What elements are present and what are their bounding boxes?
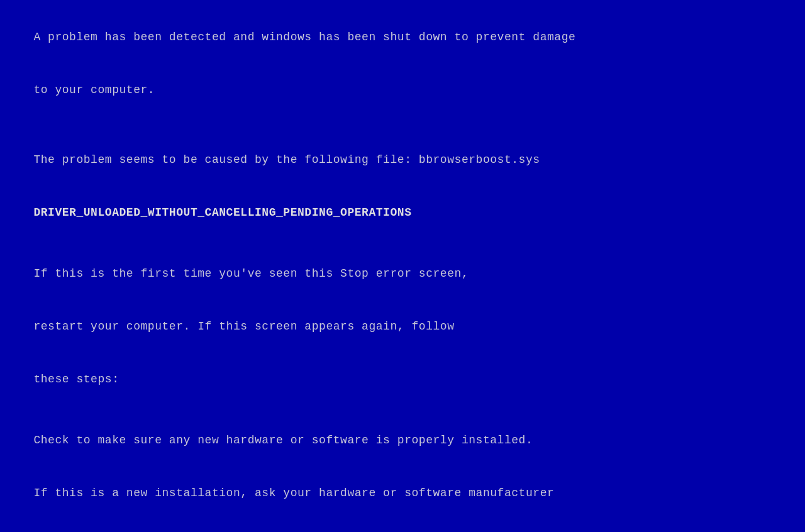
para1-line1: If this is the first time you've seen th…: [33, 267, 469, 280]
bsod-content: A problem has been detected and windows …: [0, 11, 805, 240]
para2-line1: Check to make sure any new hardware or s…: [33, 434, 533, 446]
header-line2: to your computer.: [33, 84, 155, 96]
instructions-section: If this is the first time you've seen th…: [0, 248, 805, 406]
hardware-section: Check to make sure any new hardware or s…: [0, 415, 805, 532]
para1-line2: restart your computer. If this screen ap…: [33, 320, 454, 333]
error-code-label: DRIVER_UNLOADED_WITHOUT_CANCELLING_PENDI…: [33, 206, 411, 219]
header-line1: A problem has been detected and windows …: [33, 31, 575, 43]
para2-line2: If this is a new installation, ask your …: [33, 487, 554, 499]
para1-line3: these steps:: [33, 373, 119, 385]
problem-file-line: The problem seems to be caused by the fo…: [33, 153, 540, 166]
bsod-screen: A problem has been detected and windows …: [0, 0, 805, 532]
